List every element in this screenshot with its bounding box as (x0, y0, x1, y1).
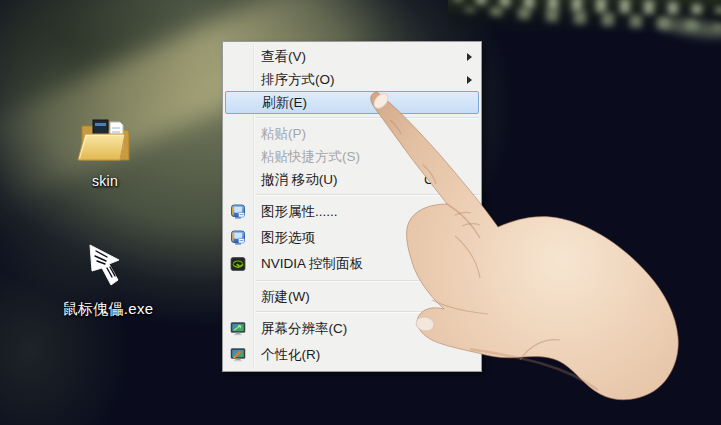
screen-resolution-icon (230, 321, 246, 337)
menu-item-graphics-options[interactable]: 图形选项 (223, 225, 481, 251)
menu-item-label: 查看(V) (261, 48, 306, 66)
menu-item-nvidia-control-panel[interactable]: NVIDIA 控制面板 (223, 251, 481, 277)
menu-item-refresh[interactable]: 刷新(E) (225, 91, 479, 114)
menu-item-shortcut: Ctrl (424, 172, 481, 187)
menu-item-label: 新建(W) (261, 288, 310, 306)
menu-separator (256, 194, 479, 196)
menu-item-graphics-properties[interactable]: 图形属性...... (223, 199, 481, 225)
desktop-icon-skin-folder[interactable]: S skin (65, 113, 145, 189)
context-menu: 查看(V) 排序方式(O) 刷新(E) 粘贴(P) 粘贴快捷方式(S) 撤消 移 (222, 41, 482, 372)
menu-item-label: 屏幕分辨率(C) (261, 320, 347, 338)
intel-graphics-icon (230, 204, 246, 220)
personalize-icon (230, 347, 246, 363)
submenu-arrow-icon (467, 293, 472, 301)
menu-item-sort-by[interactable]: 排序方式(O) (223, 68, 481, 91)
sketch-arrow-icon (83, 276, 133, 293)
menu-item-label: 粘贴快捷方式(S) (261, 148, 360, 166)
menu-item-label: 个性化(R) (261, 346, 320, 364)
menu-item-paste-shortcut[interactable]: 粘贴快捷方式(S) (223, 145, 481, 168)
submenu-arrow-icon (467, 76, 472, 84)
menu-item-screen-resolution[interactable]: 屏幕分辨率(C) (223, 316, 481, 342)
desktop: S skin 鼠标傀儡.exe (0, 0, 721, 425)
menu-item-paste[interactable]: 粘贴(P) (223, 122, 481, 145)
menu-item-label: 图形选项 (261, 229, 315, 247)
menu-item-label: 图形属性...... (261, 203, 338, 221)
intel-graphics-icon (230, 230, 246, 246)
folder-icon: S (74, 153, 136, 170)
menu-item-label: NVIDIA 控制面板 (261, 255, 363, 273)
menu-item-view[interactable]: 查看(V) (223, 45, 481, 68)
menu-item-label: 刷新(E) (262, 94, 307, 112)
desktop-icon-mouse-puppet-exe[interactable]: 鼠标傀儡.exe (53, 240, 163, 319)
menu-item-label: 排序方式(O) (261, 71, 335, 89)
menu-separator (256, 311, 479, 313)
menu-item-undo-move[interactable]: 撤消 移动(U) Ctrl (223, 168, 481, 191)
desktop-icon-label: skin (65, 173, 145, 189)
menu-separator (256, 117, 479, 119)
submenu-arrow-icon (467, 53, 472, 61)
menu-item-label: 撤消 移动(U) (261, 171, 338, 189)
menu-separator (256, 280, 479, 282)
menu-item-new[interactable]: 新建(W) (223, 285, 481, 308)
menu-item-label: 粘贴(P) (261, 125, 306, 143)
nvidia-icon (230, 256, 246, 272)
desktop-icon-label: 鼠标傀儡.exe (53, 300, 163, 319)
menu-item-personalize[interactable]: 个性化(R) (223, 342, 481, 368)
